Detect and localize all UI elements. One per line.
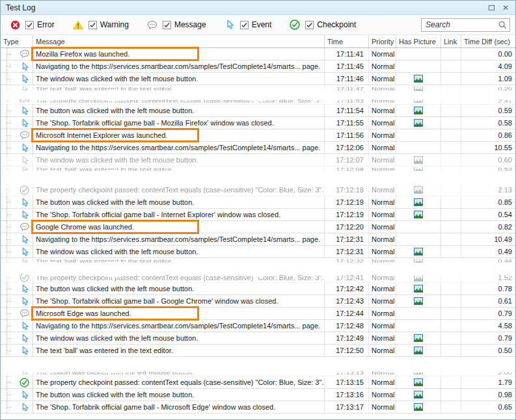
log-row[interactable]: Navigating to the https://services.smart… xyxy=(1,60,515,73)
type-cell xyxy=(1,272,33,282)
log-row[interactable]: The text 'ball' was entered in the text … xyxy=(1,166,515,173)
picture-icon[interactable] xyxy=(414,198,423,206)
message-checkbox[interactable] xyxy=(163,21,171,29)
has-picture-cell xyxy=(396,73,441,85)
column-header-priority[interactable]: Priority xyxy=(369,35,396,47)
log-row[interactable]: The button was clicked with the left mou… xyxy=(1,283,515,295)
error-checkbox[interactable] xyxy=(25,21,34,29)
event-icon xyxy=(16,143,33,153)
log-row[interactable]: The window was clicked with the left mou… xyxy=(1,332,515,345)
tree-gutter xyxy=(1,60,16,72)
log-row[interactable]: The property checkpoint passed: contentT… xyxy=(1,272,515,283)
log-row[interactable]: The property checkpoint passed: contentT… xyxy=(1,184,515,196)
event-icon xyxy=(16,296,33,306)
picture-icon[interactable] xyxy=(414,86,423,91)
log-row[interactable]: The text 'ball' was entered in the text … xyxy=(1,85,515,94)
log-row[interactable]: The button was clicked with the left mou… xyxy=(1,105,515,117)
tree-gutter xyxy=(1,221,16,233)
time-diff-cell: 2.41 xyxy=(461,99,515,103)
column-header-link[interactable]: Link xyxy=(441,35,461,47)
picture-icon[interactable] xyxy=(414,334,423,342)
filter-message[interactable]: Message xyxy=(147,20,206,30)
log-row[interactable]: The property checkpoint passed: contentT… xyxy=(1,376,515,389)
picture-icon[interactable] xyxy=(414,186,423,194)
filter-event[interactable]: Event xyxy=(224,20,272,30)
tree-gutter xyxy=(1,209,16,220)
picture-icon[interactable] xyxy=(414,156,423,164)
warning-checkbox[interactable] xyxy=(88,21,97,29)
log-row[interactable]: The window was clicked with the left mou… xyxy=(1,73,515,85)
event-icon xyxy=(16,62,33,72)
column-header-time-diff[interactable]: Time Diff (sec) xyxy=(461,35,515,47)
column-header-message[interactable]: Message xyxy=(33,35,325,47)
priority-cell: Normal xyxy=(369,233,396,245)
log-row[interactable]: Microsoft Edge was launched.17:12:44Norm… xyxy=(1,308,515,320)
log-row[interactable]: Microsoft Internet Explorer was launched… xyxy=(1,129,515,142)
log-row[interactable]: Navigating to the https://services.smart… xyxy=(1,142,515,154)
picture-icon[interactable] xyxy=(414,99,423,103)
checkpoint-checkbox[interactable] xyxy=(305,21,314,29)
tree-gutter xyxy=(1,246,16,257)
time-cell: 17:12:44 xyxy=(325,308,369,319)
column-header-type[interactable]: Type xyxy=(1,35,33,47)
close-button[interactable]: ✕ xyxy=(500,3,511,13)
log-row[interactable]: The 'Shop. Torfabrik official game ball … xyxy=(1,117,515,129)
picture-icon[interactable] xyxy=(414,75,423,83)
time-diff-cell: 0.60 xyxy=(461,154,515,166)
link-cell xyxy=(441,389,461,400)
picture-icon[interactable] xyxy=(414,211,423,218)
time-diff-cell: 0.79 xyxy=(461,308,515,319)
picture-icon[interactable] xyxy=(414,119,423,127)
picture-icon[interactable] xyxy=(414,167,423,171)
picture-icon[interactable] xyxy=(414,378,423,386)
time-diff-cell: 0.20 xyxy=(461,86,515,91)
event-icon xyxy=(16,346,33,356)
picture-icon[interactable] xyxy=(414,403,423,411)
picture-icon[interactable] xyxy=(414,107,423,114)
maximize-button[interactable] xyxy=(485,3,497,13)
filter-checkpoint[interactable]: Checkpoint xyxy=(290,20,356,30)
log-row[interactable]: The window was clicked with the left mou… xyxy=(1,246,515,258)
filter-warning[interactable]: Warning xyxy=(73,20,129,30)
tree-gutter xyxy=(1,401,16,413)
column-header-has-picture[interactable]: Has Picture xyxy=(396,35,441,47)
picture-icon[interactable] xyxy=(414,274,423,282)
message-cell: The text 'ball' was entered in the text … xyxy=(33,345,325,356)
log-row[interactable]: The text 'ball' was entered in the text … xyxy=(1,258,515,265)
has-picture-cell xyxy=(396,167,441,171)
picture-icon[interactable] xyxy=(414,371,423,374)
log-row[interactable]: Mozilla Firefox was launched.17:11:41Nor… xyxy=(1,48,515,60)
log-row[interactable]: The 'Shop. Torfabrik official game ball … xyxy=(1,209,515,221)
message-cell: The button was clicked with the left mou… xyxy=(33,371,325,374)
picture-icon[interactable] xyxy=(414,347,423,354)
link-cell xyxy=(441,246,461,257)
event-checkbox[interactable] xyxy=(240,21,249,29)
log-segment: The property checkpoint passed: contentT… xyxy=(1,272,515,357)
log-row[interactable]: The button was clicked with the left mou… xyxy=(1,389,515,401)
log-row[interactable]: The button was clicked with the left mou… xyxy=(1,196,515,209)
log-row[interactable]: Google Chrome was launched.17:12:20Norma… xyxy=(1,221,515,233)
picture-icon[interactable] xyxy=(414,391,423,399)
log-row[interactable]: The 'Shop. Torfabrik official game ball … xyxy=(1,401,515,413)
has-picture-cell xyxy=(396,154,441,166)
time-cell: 17:12:32 xyxy=(325,259,369,263)
time-cell: 17:12:07 xyxy=(325,154,369,166)
picture-icon[interactable] xyxy=(414,285,423,293)
log-row[interactable]: Navigating to the https://services.smart… xyxy=(1,233,515,246)
picture-icon[interactable] xyxy=(414,259,423,263)
picture-icon[interactable] xyxy=(414,297,423,305)
has-picture-cell xyxy=(396,105,441,116)
log-row[interactable]: The window was clicked with the left mou… xyxy=(1,154,515,166)
link-cell xyxy=(441,221,461,233)
picture-icon[interactable] xyxy=(414,248,423,256)
event-icon xyxy=(16,390,33,400)
log-row[interactable]: The text 'ball' was entered in the text … xyxy=(1,345,515,357)
log-row[interactable]: The property checkpoint passed: contentT… xyxy=(1,98,515,105)
column-header-time[interactable]: Time xyxy=(325,35,369,47)
type-cell xyxy=(1,142,33,153)
log-row[interactable]: The button was clicked with the left mou… xyxy=(1,371,515,376)
log-row[interactable]: Navigating to the https://services.smart… xyxy=(1,320,515,332)
filter-error[interactable]: Error xyxy=(10,20,55,30)
search-input[interactable] xyxy=(421,18,510,32)
log-row[interactable]: The 'Shop. Torfabrik official game ball … xyxy=(1,295,515,308)
